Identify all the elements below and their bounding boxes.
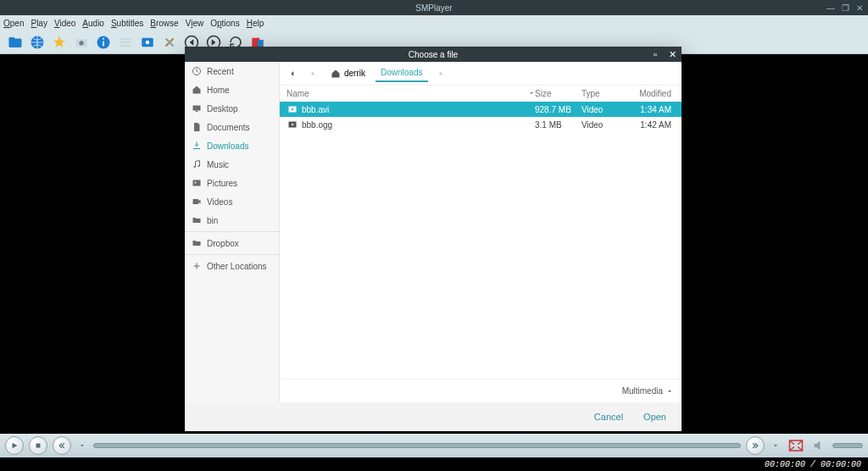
menu-subtitles[interactable]: Subtitles [111,19,143,28]
sidebar-item-downloads[interactable]: Downloads [185,136,279,155]
window-minimize-icon[interactable]: — [826,3,835,13]
column-header-name[interactable]: Name [287,89,535,98]
sidebar-item-music[interactable]: Music [185,155,279,174]
rewind-menu-icon[interactable] [76,440,88,452]
file-size: 3.1 MB [535,120,581,130]
sidebar-item-dropbox[interactable]: Dropbox [185,234,279,252]
info-icon[interactable] [95,34,112,51]
sidebar-item-videos[interactable]: Videos [185,192,279,211]
svg-rect-1 [9,37,15,41]
svg-rect-16 [258,40,264,47]
file-type-filter[interactable]: Multimedia [280,379,682,402]
downloads-icon [192,141,202,151]
play-button[interactable] [5,436,24,455]
sidebar-item-documents[interactable]: Documents [185,118,279,136]
window-close-icon[interactable]: ✕ [856,3,863,13]
pictures-icon [192,178,202,188]
menu-open[interactable]: Open [3,19,24,28]
breadcrumb-label: derrik [344,69,365,78]
svg-rect-7 [103,37,104,39]
open-button[interactable]: Open [643,412,666,422]
menu-browse[interactable]: Browse [150,19,178,28]
sidebar-label: Recent [207,67,234,76]
file-row[interactable]: bbb.ogg 3.1 MB Video 1:42 AM [280,117,682,132]
breadcrumb-forward-button[interactable] [305,66,320,81]
volume-icon[interactable] [810,438,827,453]
sidebar-item-home[interactable]: Home [185,80,279,99]
svg-rect-9 [120,41,131,42]
column-header-size[interactable]: Size [535,89,581,98]
column-header-type[interactable]: Type [581,89,628,98]
filter-label: Multimedia [622,386,663,396]
sidebar-separator [185,231,279,232]
sidebar-item-pictures[interactable]: Pictures [185,174,279,192]
rewind-button[interactable] [53,436,71,455]
favorites-icon[interactable] [51,34,68,51]
cancel-button[interactable]: Cancel [594,412,623,422]
fast-forward-button[interactable] [746,436,765,455]
breadcrumb-overflow-icon[interactable] [433,66,448,81]
file-chooser-dialog: Choose a file ▫ ✕ Recent Home Desktop Do… [185,47,682,431]
file-size: 928.7 MB [535,105,581,114]
menu-play[interactable]: Play [31,19,47,28]
seek-slider[interactable] [93,443,741,448]
home-icon [331,69,341,79]
sidebar-separator [185,254,279,255]
sidebar-item-bin[interactable]: bin [185,211,279,230]
file-type: Video [581,105,628,114]
svg-point-4 [79,41,83,45]
folder-icon [192,238,202,248]
menu-options[interactable]: Options [210,19,239,28]
menu-bar: Open Play Video Audio Subtitles Browse V… [0,15,868,30]
sidebar-label: Pictures [207,179,237,188]
file-name: bbb.ogg [302,120,535,130]
svg-rect-6 [103,41,104,46]
sidebar-label: Other Locations [207,262,267,271]
stop-button[interactable] [29,436,47,455]
screenshot-icon[interactable] [73,34,90,51]
sidebar-label: Downloads [207,141,248,151]
svg-rect-8 [120,37,131,39]
breadcrumb-back-button[interactable] [285,66,300,81]
column-header-modified[interactable]: Modified [628,89,675,98]
media-info-icon[interactable] [139,34,156,51]
breadcrumb-home[interactable]: derrik [326,65,370,82]
clock-icon [192,66,202,76]
forward-menu-icon[interactable] [770,440,782,452]
time-display: 00:00:00 / 00:00:00 [765,460,861,469]
open-url-icon[interactable] [29,34,46,51]
fullscreen-button[interactable] [787,438,805,453]
menu-audio[interactable]: Audio [82,19,104,28]
time-display-bar: 00:00:00 / 00:00:00 [0,457,868,471]
window-maximize-icon[interactable]: ❐ [842,3,849,13]
file-list-header: Name Size Type Modified [280,86,682,102]
playlist-icon[interactable] [117,34,134,51]
menu-video[interactable]: Video [54,19,75,28]
home-icon [192,85,202,95]
menu-help[interactable]: Help [247,19,264,28]
dialog-action-bar: Cancel Open [185,402,682,431]
plus-icon [192,261,202,271]
volume-slider[interactable] [832,443,863,448]
file-row[interactable]: bbb.avi 928.7 MB Video 1:34 AM [280,102,682,117]
menu-view[interactable]: View [186,19,204,28]
sidebar-item-recent[interactable]: Recent [185,62,279,80]
breadcrumb-bar: derrik Downloads [280,62,682,86]
svg-point-21 [198,165,200,167]
preferences-icon[interactable] [161,34,178,51]
svg-point-23 [195,182,197,184]
dialog-titlebar: Choose a file ▫ ✕ [185,47,682,62]
sidebar-item-other-locations[interactable]: Other Locations [185,257,279,275]
sidebar-item-desktop[interactable]: Desktop [185,99,279,118]
sidebar-label: bin [207,216,218,225]
svg-rect-24 [193,199,199,204]
folder-icon [192,215,202,225]
sidebar-label: Dropbox [207,239,239,248]
window-titlebar: SMPlayer — ❐ ✕ [0,0,868,15]
desktop-icon [192,103,202,114]
breadcrumb-current[interactable]: Downloads [376,64,427,82]
music-icon [192,159,202,169]
open-file-icon[interactable] [7,34,24,51]
sidebar-label: Home [207,86,230,95]
svg-point-12 [146,40,150,44]
